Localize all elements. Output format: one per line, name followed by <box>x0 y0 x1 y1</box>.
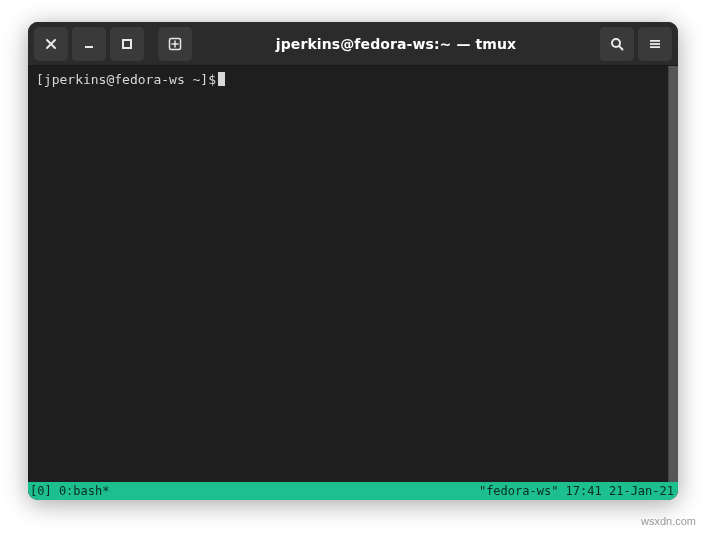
window-title: jperkins@fedora-ws:~ — tmux <box>196 36 596 52</box>
close-button[interactable] <box>34 27 68 61</box>
text-cursor <box>218 72 225 86</box>
titlebar: jperkins@fedora-ws:~ — tmux <box>28 22 678 66</box>
svg-rect-5 <box>650 43 660 45</box>
tmux-status-right: "fedora-ws" 17:41 21-Jan-21 <box>479 484 674 498</box>
svg-rect-0 <box>85 46 93 48</box>
shell-prompt: [jperkins@fedora-ws ~]$ <box>36 72 216 87</box>
minimize-button[interactable] <box>72 27 106 61</box>
hamburger-menu-icon <box>648 37 662 51</box>
svg-rect-4 <box>650 40 660 42</box>
maximize-button[interactable] <box>110 27 144 61</box>
terminal-window: jperkins@fedora-ws:~ — tmux [jperkins@fe… <box>28 22 678 500</box>
tmux-statusbar: [0] 0:bash* "fedora-ws" 17:41 21-Jan-21 <box>28 482 678 500</box>
maximize-icon <box>121 38 133 50</box>
svg-rect-6 <box>650 46 660 48</box>
menu-button[interactable] <box>638 27 672 61</box>
watermark: wsxdn.com <box>641 515 696 527</box>
minimize-icon <box>83 38 95 50</box>
svg-rect-1 <box>123 40 131 48</box>
close-icon <box>45 38 57 50</box>
new-tab-icon <box>168 37 182 51</box>
new-tab-button[interactable] <box>158 27 192 61</box>
terminal-output: [jperkins@fedora-ws ~]$ <box>28 66 668 482</box>
tmux-status-left: [0] 0:bash* <box>30 484 109 498</box>
search-icon <box>610 37 624 51</box>
scrollbar[interactable] <box>668 66 678 482</box>
search-button[interactable] <box>600 27 634 61</box>
terminal-body[interactable]: [jperkins@fedora-ws ~]$ <box>28 66 678 482</box>
